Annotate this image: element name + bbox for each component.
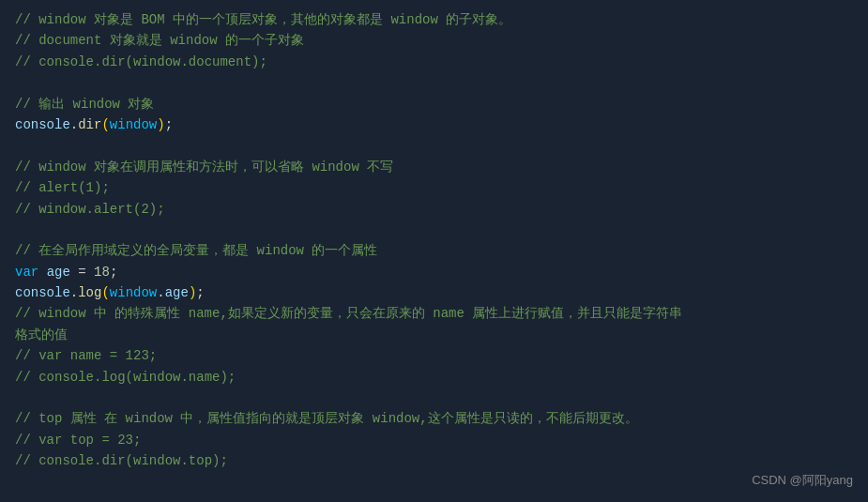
code-segment: dir <box>78 117 101 132</box>
empty-line <box>15 220 853 240</box>
comment-line: // console.dir(window.top); <box>15 450 853 471</box>
code-segment: ; <box>196 285 204 300</box>
code-segment: console <box>15 285 70 300</box>
code-segment: ( <box>101 117 109 132</box>
code-segment: ( <box>101 285 109 300</box>
code-segment: . <box>157 285 164 300</box>
comment-line: // window.alert(2); <box>15 199 853 220</box>
code-lines: // window 对象是 BOM 中的一个顶层对象，其他的对象都是 windo… <box>15 9 853 472</box>
comment-line: // window 对象在调用属性和方法时，可以省略 window 不写 <box>15 157 853 177</box>
code-segment: var <box>15 265 38 280</box>
code-line: var age = 18; <box>15 262 853 282</box>
comment-line: // top 属性 在 window 中，属性值指向的就是顶层对象 window… <box>15 408 853 429</box>
code-segment <box>38 265 46 280</box>
code-segment: log <box>78 285 101 300</box>
comment-line: // 输出 window 对象 <box>15 94 853 114</box>
comment-line: // console.log(window.name); <box>15 367 853 388</box>
comment-line: // 在全局作用域定义的全局变量，都是 window 的一个属性 <box>15 240 853 261</box>
comment-line: // var top = 23; <box>15 430 853 450</box>
code-segment: console <box>15 117 70 132</box>
comment-line: // document 对象就是 window 的一个子对象 <box>15 30 853 51</box>
comment-line: // var name = 123; <box>15 345 853 366</box>
comment-line: // window 对象是 BOM 中的一个顶层对象，其他的对象都是 windo… <box>15 9 853 30</box>
comment-line: // console.dir(window.document); <box>15 52 853 72</box>
watermark-text: CSDN @阿阳yang <box>752 471 853 491</box>
code-segment: . <box>70 285 78 300</box>
empty-line <box>15 135 853 156</box>
code-container: // window 对象是 BOM 中的一个顶层对象，其他的对象都是 windo… <box>0 0 868 502</box>
code-segment: ) <box>157 117 164 132</box>
empty-line <box>15 72 853 93</box>
code-segment: window <box>110 285 157 300</box>
comment-line: 格式的值 <box>15 325 853 345</box>
code-segment: ; <box>165 117 173 132</box>
code-segment: . <box>70 117 78 132</box>
code-segment: = <box>70 265 94 280</box>
code-segment: age <box>47 265 70 280</box>
comment-line: // alert(1); <box>15 177 853 198</box>
comment-line: // window 中 的特殊属性 name,如果定义新的变量，只会在原来的 n… <box>15 303 853 324</box>
code-line: console.log(window.age); <box>15 282 853 303</box>
code-segment: ; <box>110 265 117 280</box>
code-line: console.dir(window); <box>15 114 853 135</box>
code-segment: age <box>165 285 189 300</box>
empty-line <box>15 388 853 408</box>
code-segment: 18 <box>94 265 110 280</box>
code-segment: window <box>110 117 157 132</box>
